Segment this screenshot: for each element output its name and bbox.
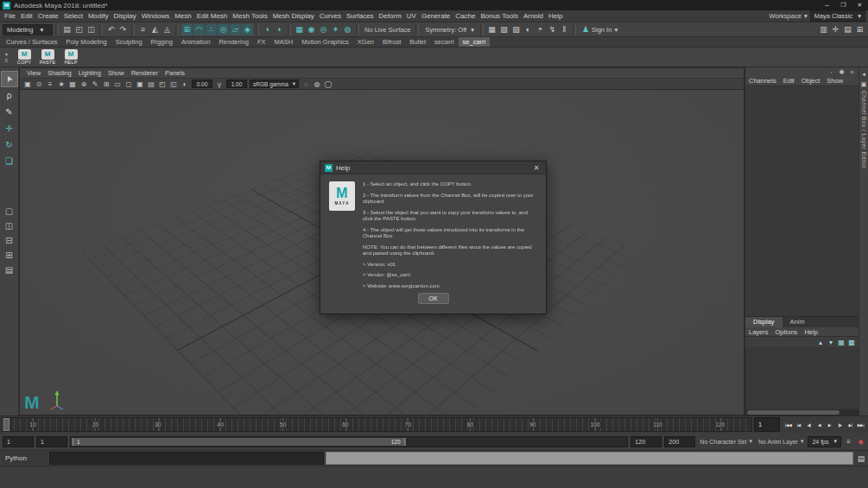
go-to-end-button[interactable]: ▶▶|	[856, 419, 865, 430]
menu-item[interactable]: Display	[111, 12, 139, 20]
new-scene-icon[interactable]: ▤	[61, 24, 73, 35]
shelf-tab[interactable]: MASH	[270, 37, 298, 47]
close-button[interactable]: ✕	[852, 0, 868, 10]
step-back-frame-button[interactable]: |◀	[794, 419, 803, 430]
layer-editor-menu-item[interactable]: Layers	[745, 328, 772, 336]
snap-to-curve-icon[interactable]: ◠	[193, 24, 205, 35]
save-scene-icon[interactable]: ◫	[86, 24, 97, 35]
menu-item[interactable]: Modify	[86, 12, 111, 20]
panel-menu-item[interactable]: View	[23, 69, 44, 77]
shelf-tab[interactable]: Curves / Surfaces	[2, 37, 62, 47]
select-hierarchy-icon[interactable]: ≡	[137, 24, 149, 35]
playback-end-field[interactable]: 120	[630, 436, 662, 447]
panel-options-icon[interactable]: ▣	[860, 80, 868, 88]
camera-attributes-icon[interactable]: ≡	[45, 79, 55, 89]
no-manips-icon[interactable]: ◦	[827, 68, 835, 76]
shelf-tab[interactable]: Motion Graphics	[297, 37, 353, 47]
move-layer-down-icon[interactable]: ▾	[827, 338, 835, 346]
resolution-gate-icon[interactable]: ◻	[124, 79, 134, 89]
shelf-tab-menu-icon[interactable]: ▾	[2, 52, 11, 57]
create-empty-layer-icon[interactable]: ▦	[837, 338, 846, 346]
layer-editor-tab[interactable]: Display	[745, 317, 782, 327]
hypershade-icon[interactable]: ◓	[535, 24, 546, 35]
exposure-icon[interactable]: ◐	[180, 79, 190, 89]
shelf-tab[interactable]: FX	[253, 37, 270, 47]
symmetry-selector[interactable]: Symmetry: Off ▾	[421, 26, 478, 34]
menu-item[interactable]: Mesh	[172, 12, 194, 20]
output-connections-icon[interactable]: ◗	[274, 24, 285, 35]
move-tool[interactable]: ✛	[2, 121, 17, 136]
layer-editor-menu-item[interactable]: Options	[772, 328, 801, 336]
shelf-button-help[interactable]: M HELP	[60, 49, 81, 65]
view-transform-selector[interactable]: sRGB gamma ▾	[250, 79, 299, 88]
xray-icon[interactable]: ◍	[312, 79, 322, 89]
horizontal-scrollbar[interactable]	[745, 409, 858, 415]
menu-item[interactable]: Bonus Tools	[478, 12, 520, 20]
step-forward-key-button[interactable]: |▶	[835, 419, 845, 430]
snap-to-grid-icon[interactable]: ⊞	[181, 24, 193, 35]
maximize-button[interactable]: ❐	[835, 0, 852, 10]
shelf-button-copy[interactable]: M COPY	[14, 49, 35, 65]
menu-set-selector[interactable]: Modeling ▾	[3, 24, 53, 35]
minimize-button[interactable]: ─	[819, 0, 835, 10]
render-setup-icon[interactable]: ▨	[510, 24, 522, 35]
channel-box-menu-item[interactable]: Show	[823, 77, 846, 85]
sign-in-button[interactable]: ♟ Sign In ▾	[579, 25, 621, 34]
lasso-tool[interactable]: ρ	[2, 88, 17, 103]
select-object-icon[interactable]: ◭	[149, 24, 161, 35]
play-backwards-button[interactable]: ◀	[814, 419, 824, 430]
fast-interaction-icon[interactable]: ↯	[547, 24, 558, 35]
channel-box-vertical-tab[interactable]: Channel Box / Layer Editor	[861, 91, 867, 169]
render-current-frame-icon[interactable]: ◉	[306, 24, 317, 35]
scale-tool[interactable]: ❏	[2, 154, 17, 168]
move-layer-up-icon[interactable]: ▴	[816, 338, 825, 346]
menu-item[interactable]: Create	[35, 12, 61, 20]
open-render-view-icon[interactable]: ▦	[294, 24, 305, 35]
lock-camera-icon[interactable]: ⊙	[34, 79, 44, 89]
paint-selection-tool[interactable]: ✎	[2, 105, 17, 119]
scrollbar-thumb[interactable]	[747, 410, 839, 415]
shelf-editor-icon[interactable]: ≡	[2, 58, 11, 63]
show-attribute-editor-icon[interactable]: ▥	[818, 24, 829, 35]
menu-item[interactable]: UV	[404, 12, 419, 20]
menu-item[interactable]: Cache	[453, 12, 478, 20]
select-camera-icon[interactable]: ▣	[22, 79, 33, 89]
panel-menu-item[interactable]: Shading	[44, 69, 75, 77]
input-connections-icon[interactable]: ◖	[262, 24, 273, 35]
gamma-field[interactable]: 1.00	[226, 79, 247, 88]
rotate-tool[interactable]: ↻	[2, 137, 17, 152]
menu-item[interactable]: Edit Mesh	[194, 12, 231, 20]
dock-panel-icon[interactable]: ◂	[860, 70, 868, 78]
shelf-tab[interactable]: Animation	[177, 37, 214, 47]
fps-selector[interactable]: 24 fps ▾	[808, 436, 841, 447]
menu-item[interactable]: Edit	[18, 12, 35, 20]
wireframe-on-shaded-icon[interactable]: ◯	[323, 79, 333, 89]
safe-title-icon[interactable]: ◱	[168, 79, 179, 89]
snap-to-point-icon[interactable]: ∴	[206, 24, 217, 35]
render-setup-launch-icon[interactable]: ◍	[342, 24, 353, 35]
play-forwards-button[interactable]: ▶	[825, 419, 834, 430]
snap-to-view-plane-icon[interactable]: ▱	[230, 24, 241, 35]
animation-start-field[interactable]: 1	[3, 436, 34, 447]
redo-icon[interactable]: ↷	[117, 24, 129, 35]
make-live-icon[interactable]: ◈	[242, 24, 253, 35]
shelf-tab[interactable]: XGen	[353, 37, 378, 47]
ipr-render-icon[interactable]: ◎	[318, 24, 329, 35]
shelf-button-paste[interactable]: M PASTE	[37, 49, 58, 65]
playback-range-bar[interactable]: 1 120	[72, 438, 406, 446]
title-bar[interactable]: M Autodesk Maya 2018: untitled* ─❐✕	[0, 0, 868, 10]
step-forward-frame-button[interactable]: ▶|	[846, 419, 855, 430]
close-icon[interactable]: ✕	[531, 164, 542, 172]
command-result-field[interactable]	[326, 452, 853, 465]
layout-outliner-persp[interactable]: ▤	[2, 263, 16, 276]
shelf-tab[interactable]: se_carri	[459, 37, 491, 47]
layer-editor-tab[interactable]: Anim	[782, 317, 813, 327]
shelf-tab[interactable]: Rigging	[147, 37, 177, 47]
uv-editor-icon[interactable]: ▧	[498, 24, 510, 35]
safe-action-icon[interactable]: ◰	[157, 79, 168, 89]
current-frame-field[interactable]: 1	[754, 417, 780, 432]
bookmarks-icon[interactable]: ★	[56, 79, 67, 89]
show-channel-box-icon[interactable]: ▤	[842, 24, 853, 35]
animation-preferences-icon[interactable]: ≡	[844, 437, 853, 447]
step-back-key-button[interactable]: ◀|	[804, 419, 814, 430]
